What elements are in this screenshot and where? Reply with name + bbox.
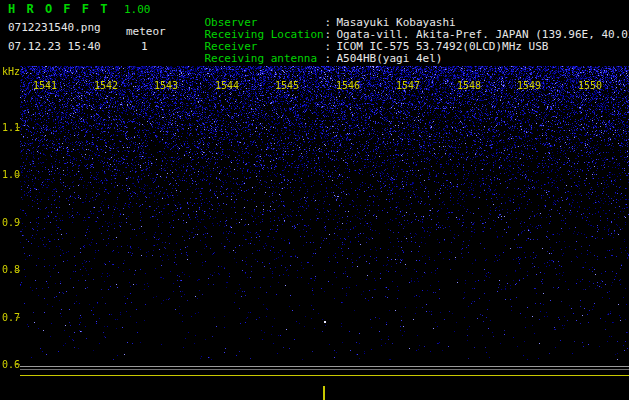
time-label-1544: 1544 [215, 80, 239, 91]
count: 1 [141, 41, 148, 53]
info-label: Receiving antenna [205, 53, 325, 65]
filename: 0712231540.png [8, 22, 101, 34]
mode-label: meteor [126, 26, 166, 38]
freq-tick [16, 317, 20, 318]
bottom-center-tick [323, 386, 325, 400]
spectrogram-canvas [20, 66, 629, 360]
freq-tick [16, 270, 20, 271]
app-title: H R O F F T [8, 3, 109, 15]
hrofft-screen: H R O F F T 1.00 0712231540.png meteor 0… [0, 0, 629, 400]
time-label-1549: 1549 [517, 80, 541, 91]
level-line-yellow [20, 375, 629, 376]
freq-tick [16, 364, 20, 365]
info-colon: : [325, 53, 337, 65]
info-value: A504HB(yagi 4el) [337, 52, 443, 65]
time-label-1543: 1543 [154, 80, 178, 91]
freq-tick [16, 127, 20, 128]
freq-tick [16, 175, 20, 176]
time-label-1546: 1546 [336, 80, 360, 91]
time-label-1550: 1550 [578, 80, 602, 91]
time-label-1545: 1545 [275, 80, 299, 91]
time-label-1547: 1547 [396, 80, 420, 91]
time-label-1541: 1541 [33, 80, 57, 91]
level-line-upper [20, 366, 629, 367]
freq-tick [16, 222, 20, 223]
datetime: 07.12.23 15:40 [8, 41, 101, 53]
level-line-middle [20, 369, 629, 370]
time-label-1548: 1548 [457, 80, 481, 91]
freq-axis-unit: kHz [2, 66, 20, 77]
app-version: 1.00 [124, 4, 151, 16]
time-label-1542: 1542 [94, 80, 118, 91]
